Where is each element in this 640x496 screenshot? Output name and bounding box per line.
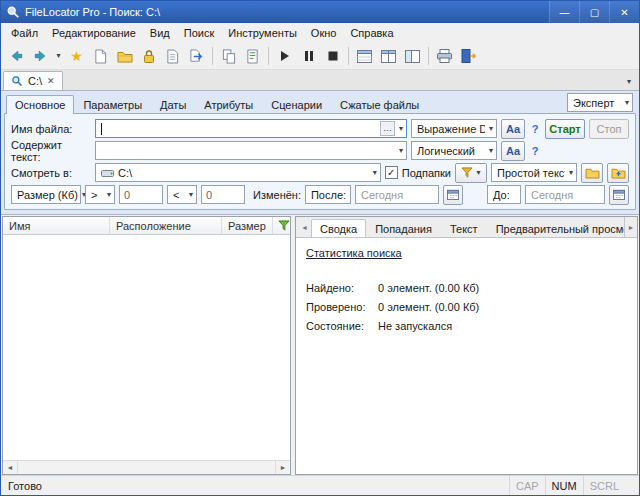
column-location[interactable]: Расположение	[110, 217, 222, 234]
close-icon: ✕	[620, 7, 628, 18]
browse-folder-button[interactable]	[581, 163, 603, 183]
results-pane: Имя Расположение Размер ◄ ►	[2, 216, 291, 475]
view-split-button[interactable]	[401, 45, 424, 68]
chevron-down-icon[interactable]: ▾	[399, 125, 403, 133]
mode-select[interactable]: Эксперт ▾	[567, 93, 633, 112]
start-search-toolbar-button[interactable]	[273, 45, 296, 68]
tab-dates[interactable]: Даты	[151, 95, 195, 114]
tabs-scroll-left-button[interactable]: ◄	[298, 217, 311, 237]
split-view-icon	[405, 50, 420, 63]
menu-window[interactable]: Окно	[304, 25, 344, 41]
copy-document-button[interactable]	[161, 45, 184, 68]
open-button[interactable]	[113, 45, 136, 68]
contains-case-button[interactable]: Aa	[501, 141, 525, 161]
tab-close-icon[interactable]: ✕	[47, 76, 55, 86]
menu-help[interactable]: Справка	[343, 25, 400, 41]
size-unit-select[interactable]: Размер (Кб) ▾	[11, 185, 81, 204]
scroll-right-button[interactable]: ►	[275, 461, 290, 474]
keyboard-flags: CAP NUM SCRL	[509, 476, 639, 495]
lock-icon	[143, 49, 155, 64]
lock-button[interactable]	[137, 45, 160, 68]
lookin-row: Смотреть в: C:\ ▾ ✓ Подпапки ▾ Простой т…	[11, 163, 629, 182]
stat-value: 0 элемент. (0.00 Кб)	[378, 300, 479, 314]
tab-options[interactable]: Параметры	[74, 95, 151, 114]
menu-view[interactable]: Вид	[143, 25, 177, 41]
filename-help-icon[interactable]: ?	[529, 123, 541, 135]
tab-main[interactable]: Основное	[6, 95, 74, 114]
before-select[interactable]: До:	[487, 185, 521, 204]
size-lt-select[interactable]: < ▾	[167, 185, 197, 204]
view-report-button[interactable]	[377, 45, 400, 68]
back-button[interactable]	[5, 45, 28, 68]
view-table-button[interactable]	[353, 45, 376, 68]
tab-attributes[interactable]: Атрибуты	[195, 95, 262, 114]
window-title: FileLocator Pro - Поиск: C:\	[25, 6, 544, 18]
chevron-down-icon[interactable]: ▾	[373, 169, 377, 177]
size-gt-select[interactable]: > ▾	[85, 185, 115, 204]
column-size[interactable]: Размер	[222, 217, 273, 234]
tab-preview[interactable]: Предварительный просмотр	[487, 219, 637, 238]
search-document-tab[interactable]: C:\ ✕	[3, 71, 63, 90]
horizontal-scrollbar[interactable]: ◄ ►	[3, 460, 290, 474]
size-min-input[interactable]: 0	[119, 185, 163, 204]
tab-text[interactable]: Текст	[441, 219, 487, 238]
before-date-input[interactable]: Сегодня	[525, 185, 605, 204]
scroll-left-button[interactable]: ◄	[3, 461, 18, 474]
tab-scripts[interactable]: Сценарии	[262, 95, 331, 114]
filter-button[interactable]: ▾	[455, 163, 487, 183]
contains-input[interactable]: ▾	[95, 141, 407, 160]
print-button[interactable]	[433, 45, 456, 68]
menu-tools[interactable]: Инструменты	[221, 25, 304, 41]
text-mode-select[interactable]: Простой текст ▾	[491, 163, 577, 182]
results-list[interactable]	[3, 235, 290, 460]
after-date-input[interactable]: Сегодня	[355, 185, 439, 204]
stop-search-button[interactable]	[321, 45, 344, 68]
report-button[interactable]	[241, 45, 264, 68]
before-calendar-button[interactable]	[609, 185, 629, 205]
size-max-input[interactable]: 0	[201, 185, 245, 204]
tab-summary[interactable]: Сводка	[311, 219, 366, 238]
tab-list-dropdown[interactable]: ▾	[627, 78, 631, 86]
menu-edit[interactable]: Редактирование	[45, 25, 143, 41]
history-dropdown[interactable]: ▾	[53, 45, 64, 68]
pause-search-button[interactable]	[297, 45, 320, 68]
title-bar[interactable]: FileLocator Pro - Поиск: C:\ — ▢ ✕	[1, 1, 639, 23]
contains-help-icon[interactable]: ?	[529, 145, 541, 157]
close-button[interactable]: ✕	[609, 1, 639, 23]
subfolders-checkbox[interactable]: ✓	[385, 166, 398, 179]
filename-mode-select[interactable]: Выражение DOS ▾	[411, 119, 497, 138]
ellipsis-button[interactable]: …	[380, 121, 395, 136]
maximize-button[interactable]: ▢	[579, 1, 609, 23]
stat-label: Состояние:	[306, 319, 378, 333]
after-select[interactable]: После:	[305, 185, 351, 204]
after-calendar-button[interactable]	[443, 185, 463, 205]
tab-hits[interactable]: Попадания	[366, 219, 441, 238]
menu-search[interactable]: Поиск	[177, 25, 221, 41]
new-search-button[interactable]	[89, 45, 112, 68]
copy-button[interactable]	[217, 45, 240, 68]
minimize-button[interactable]: —	[549, 1, 579, 23]
stat-row-checked: Проверено: 0 элемент. (0.00 Кб)	[306, 300, 627, 314]
start-button[interactable]: Старт	[545, 119, 585, 139]
stats-title: Статистика поиска	[306, 247, 627, 259]
favorites-button[interactable]: ★	[65, 45, 88, 68]
forward-button[interactable]	[29, 45, 52, 68]
column-name[interactable]: Имя	[3, 217, 110, 234]
export-button[interactable]	[185, 45, 208, 68]
menu-file[interactable]: Файл	[4, 25, 45, 41]
lookin-input[interactable]: C:\ ▾	[95, 163, 381, 182]
filename-case-button[interactable]: Aa	[501, 119, 525, 139]
tab-compressed[interactable]: Сжатые файлы	[331, 95, 428, 114]
contains-mode-select[interactable]: Логический ▾	[411, 141, 497, 160]
tabs-scroll-right-button[interactable]: ►	[624, 217, 637, 237]
chevron-down-icon[interactable]: ▾	[399, 147, 403, 155]
filename-input[interactable]: … ▾	[95, 119, 407, 138]
chevron-down-icon: ▾	[569, 169, 573, 177]
exit-button[interactable]	[457, 45, 480, 68]
folder-up-button[interactable]	[607, 163, 629, 183]
printer-icon	[437, 49, 452, 63]
mode-value: Эксперт	[573, 97, 614, 109]
resize-grip[interactable]	[625, 476, 639, 495]
scroll-left-icon: ◄	[7, 464, 14, 471]
caps-indicator: CAP	[509, 476, 545, 495]
